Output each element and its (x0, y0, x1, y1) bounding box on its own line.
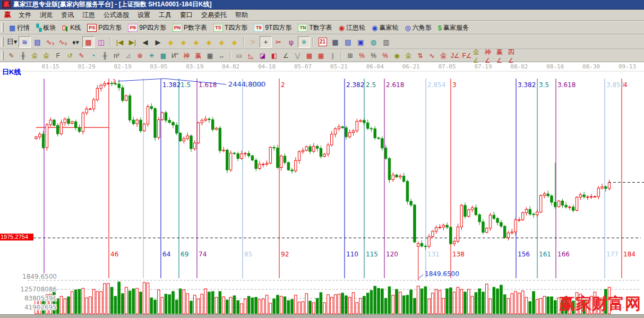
menu-item-2[interactable]: 资讯 (57, 10, 78, 21)
tool-span-arrow[interactable]: ↔ (216, 51, 227, 61)
tool-swing-tool[interactable]: ⇅ (415, 51, 426, 61)
tool-candle-style-dropdown[interactable]: ♦▾ (70, 36, 82, 48)
tool-diamond-star[interactable]: ◈ (216, 36, 228, 48)
tool-f-grid[interactable]: F (53, 51, 64, 61)
toolbar-button-winner-wheel[interactable]: ◉赢家轮 (368, 22, 401, 33)
tool-note-panel[interactable]: ▤ (31, 36, 44, 48)
toolbar-button-winner-service[interactable]: $赢家服务 (435, 22, 472, 33)
tool-gann-box-web[interactable]: ▩ (158, 51, 169, 61)
tool-n-square[interactable]: n² (111, 51, 122, 61)
tool-wave-line[interactable]: ∿ (426, 51, 437, 61)
toolbar-button-kline[interactable]: K线 (59, 22, 84, 33)
tool-f-angle[interactable]: F∠ (461, 51, 473, 61)
tool-gold-grid-a[interactable]: 金 (29, 51, 40, 61)
tool-parallel-lines[interactable]: ∥ (327, 51, 338, 61)
tool-first-bar[interactable]: |◀ (114, 36, 126, 48)
tool-gold-circle[interactable]: ◉ (391, 51, 402, 61)
tool-red-grid-b[interactable]: ▦ (315, 51, 327, 61)
tool-brush-tool[interactable]: ✎ (6, 51, 17, 61)
toolbar-button-p-number-table[interactable]: PNP数字表 (169, 22, 210, 33)
tool-gann-grid[interactable]: ▩ (82, 36, 95, 48)
tool-percent-line[interactable]: % (380, 51, 391, 61)
menu-item-4[interactable]: 公式选股 (99, 10, 133, 21)
tool-ruler-grid[interactable]: ╫ (99, 51, 110, 61)
tool-gold-underline[interactable]: 金 (438, 51, 449, 61)
tool-si-angle[interactable]: 四∠ (508, 51, 519, 61)
tool-diamond-move[interactable]: ◈ (190, 36, 202, 48)
tool-trend-angle[interactable]: ∠ (280, 51, 291, 61)
tool-web-cursor[interactable]: ✳ (298, 36, 310, 48)
toolbar-button-9p-square[interactable]: P99P四方形 (125, 22, 169, 33)
tool-wave-9[interactable]: ∿₉ (57, 36, 69, 48)
tool-zigzag-tool[interactable]: ⋁ (292, 51, 303, 61)
tool-web-update[interactable]: ◍ (367, 36, 380, 48)
tool-diamond-left[interactable]: ◈ (165, 36, 177, 48)
menu-item-5[interactable]: 设置 (133, 10, 154, 21)
child-window-icon[interactable]: 赢 (0, 10, 14, 20)
tool-last-bar[interactable]: ▶| (126, 36, 139, 48)
tool-j-angle[interactable]: J∠ (450, 51, 461, 61)
toolbar-drag-handle[interactable] (1, 37, 4, 47)
tool-number-grid[interactable]: ▦ (204, 51, 216, 61)
menu-item-1[interactable]: 浏览 (36, 10, 57, 21)
tool-wave-mark[interactable]: И″ (169, 51, 181, 61)
tool-period-daily-dropdown[interactable]: 日▾ (6, 36, 18, 48)
tool-fan-box[interactable]: ◪ (257, 51, 268, 61)
tool-percent[interactable]: % (368, 51, 379, 61)
menu-item-3[interactable]: 江恩 (78, 10, 99, 21)
tool-wave-3[interactable]: ∿₃ (44, 36, 56, 48)
tool-angle-fan[interactable]: ⊿ (123, 51, 134, 61)
kline-chart[interactable]: 01-1501-2902-1903-0503-1904-0204-1805-07… (0, 63, 644, 318)
tool-gold-angle[interactable]: 金∠ (473, 51, 484, 61)
tool-diamond-plus[interactable]: ◈ (228, 36, 241, 48)
tool-pick-tool[interactable]: ✎ (76, 51, 87, 61)
tool-win-angle[interactable]: 赢∠ (496, 51, 508, 61)
tool-speed-fan[interactable]: ◺ (245, 51, 256, 61)
toolbar-button-hexagon[interactable]: ◎六角形 (401, 22, 434, 33)
tool-win-grid[interactable]: 赢 (193, 51, 204, 61)
toolbar-button-t-number-table[interactable]: TNT数字表 (295, 22, 335, 33)
tool-shen-grid[interactable]: 神 (181, 51, 192, 61)
toolbar-button-quotes[interactable]: ▦行情 (6, 22, 33, 33)
menu-item-6[interactable]: 工具 (154, 10, 176, 21)
tool-gold-lines[interactable]: 金 (403, 51, 414, 61)
tool-gann-mode[interactable]: ≋ (19, 36, 31, 48)
tool-diamond-right[interactable]: ◈ (177, 36, 190, 48)
tool-spiral-tool[interactable]: ↺ (64, 51, 75, 61)
tool-percent-slash[interactable]: % (356, 51, 367, 61)
tool-box-tool[interactable]: ▭ (234, 51, 245, 61)
tool-crosshair[interactable]: ＋ (260, 36, 272, 48)
tool-shen-angle[interactable]: 神∠ (485, 51, 496, 61)
menu-item-7[interactable]: 窗口 (176, 10, 197, 21)
tool-time-clock[interactable]: ◔ (88, 51, 99, 61)
toolbar-button-t-square[interactable]: TST四方形 (210, 22, 251, 33)
toolbar-button-sectors[interactable]: ▚板块 (33, 22, 59, 33)
tool-prev-bar[interactable]: ◀ (139, 36, 151, 48)
tool-save[interactable]: ▣ (355, 36, 367, 48)
bottom-scroll-strip[interactable] (0, 314, 644, 318)
tool-diamond-x[interactable]: ◈ (203, 36, 215, 48)
tool-percent-table[interactable]: ⊞ (345, 51, 356, 61)
tool-gold-grid-b[interactable]: 金 (41, 51, 52, 61)
menu-item-8[interactable]: 交易委托 (197, 10, 231, 21)
toolbar-button-9t-square[interactable]: T99T四方形 (251, 22, 295, 33)
tool-grid-tool[interactable]: ╫ (18, 51, 29, 61)
toolbar-drag-handle[interactable] (1, 23, 4, 32)
toolbar-drag-handle[interactable] (1, 51, 4, 61)
tool-fan-square[interactable]: ◧ (269, 51, 280, 61)
tool-calendar-21[interactable]: 21 (316, 36, 329, 48)
tool-notes[interactable]: ▤ (342, 36, 354, 48)
tool-pitchfork[interactable]: ψ (285, 36, 297, 48)
tool-gann-web[interactable]: ✳ (146, 51, 157, 61)
tool-angle-measure[interactable]: ✂ (272, 36, 285, 48)
tool-next-bar[interactable]: ▶ (152, 36, 164, 48)
menu-item-0[interactable]: 文件 (14, 10, 36, 21)
toolbar-button-gann-wheel[interactable]: ◉江恩轮 (336, 22, 368, 33)
tool-red-grid-a[interactable]: ▦ (304, 51, 315, 61)
tool-circle-cross[interactable]: ⊕ (134, 51, 145, 61)
menu-item-9[interactable]: 帮助 (231, 10, 252, 21)
tool-calculator[interactable]: ▦ (329, 36, 341, 48)
tool-remote-assist[interactable]: ▥ (380, 36, 392, 48)
tool-profile-chart[interactable]: ◫ (95, 36, 107, 48)
toolbar-button-p-square[interactable]: PSP四方形 (84, 22, 125, 33)
